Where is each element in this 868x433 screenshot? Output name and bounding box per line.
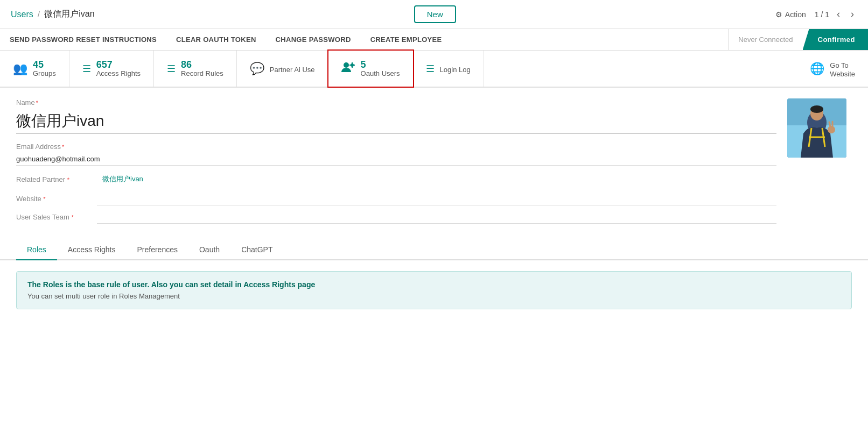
access-rights-label: Access Rights [96,69,141,78]
confirmed-badge: Confirmed [803,29,869,50]
breadcrumb-separator: / [38,10,40,19]
smart-buttons-row: 👥 45 Groups ☰ 657 Access Rights ☰ 86 Rec… [0,51,868,88]
never-connected-status: Never Connected [728,29,802,50]
go-to-website-label: Go ToWebsite [830,61,855,78]
partner-ai-icon: 💬 [250,62,264,76]
send-password-reset-button[interactable]: Send Password Reset Instructions [0,29,166,50]
related-partner-label: Related Partner * [16,175,92,183]
email-value[interactable]: guohuadeng@hotmail.com [16,153,776,166]
tab-oauth[interactable]: Oauth [188,240,230,260]
clear-oauth-token-button[interactable]: Clear Oauth Token [166,29,266,50]
next-page-button[interactable]: › [848,8,857,21]
new-button[interactable]: New [414,5,456,23]
svg-point-8 [810,105,823,113]
action-menu[interactable]: ⚙ Action [775,10,806,19]
access-rights-count: 657 [96,60,141,69]
form-section: Name* 微信用户ivan Email Address* guohuadeng… [16,98,776,229]
name-field-row: Name* 微信用户ivan [16,98,776,134]
oauth-users-label: Oauth Users [361,69,400,78]
svg-point-9 [828,126,835,133]
smart-btn-partner-ai-use[interactable]: 💬 Partner Ai Use [237,51,328,87]
create-employee-button[interactable]: Create Employee [361,29,452,50]
roles-info-box: The Roles is the base rule of user. Also… [16,271,852,309]
main-content: Name* 微信用户ivan Email Address* guohuadeng… [0,88,868,240]
svg-point-0 [344,62,349,68]
record-rules-count: 86 [181,60,223,69]
smart-btn-groups[interactable]: 👥 45 Groups [0,51,69,87]
top-bar: Users / 微信用户ivan New ⚙ Action 1 / 1 ‹ › [0,0,868,29]
smart-btn-oauth-users[interactable]: 5 Oauth Users [327,49,414,88]
smart-btn-login-log[interactable]: ☰ Login Log [413,51,484,87]
top-right-controls: ⚙ Action 1 / 1 ‹ › [775,8,857,21]
breadcrumb-parent[interactable]: Users [11,10,33,19]
prev-page-button[interactable]: ‹ [834,8,843,21]
groups-count: 45 [33,60,56,69]
email-label: Email Address* [16,143,776,151]
user-sales-team-field[interactable] [97,211,776,224]
globe-icon: 🌐 [810,62,824,76]
oauth-users-count: 5 [361,60,400,69]
access-rights-icon: ☰ [82,63,91,75]
action-label: Action [785,10,806,19]
groups-icon: 👥 [13,62,27,76]
groups-label: Groups [33,69,56,78]
pagination: 1 / 1 ‹ › [815,8,857,21]
partner-ai-label: Partner Ai Use [270,66,315,74]
related-partner-row: Related Partner * 微信用户ivan [16,174,776,184]
name-value[interactable]: 微信用户ivan [16,109,776,134]
avatar[interactable] [787,98,846,158]
tabs-row: Roles Access Rights Preferences Oauth Ch… [0,240,868,260]
smart-btn-access-rights[interactable]: ☰ 657 Access Rights [69,51,154,87]
record-rules-label: Record Rules [181,69,223,78]
tab-chatgpt[interactable]: ChatGPT [230,240,283,260]
svg-line-10 [829,122,830,126]
name-label: Name* [16,98,776,107]
user-sales-team-label: User Sales Team * [16,211,97,221]
login-log-icon: ☰ [426,63,435,75]
related-partner-value[interactable]: 微信用户ivan [102,174,143,184]
roles-info-title: The Roles is the base rule of user. Also… [27,280,841,289]
website-field[interactable] [97,193,776,205]
tab-access-rights[interactable]: Access Rights [57,240,127,260]
avatar-section [787,98,852,229]
tab-preferences[interactable]: Preferences [127,240,188,260]
action-bar: Send Password Reset Instructions Clear O… [0,29,868,51]
website-row: Website * [16,193,776,205]
smart-btn-go-to-website[interactable]: 🌐 Go ToWebsite [797,51,868,87]
roles-info-text: You can set multi user role in Roles Man… [27,292,841,300]
tab-roles[interactable]: Roles [16,240,57,260]
breadcrumb-current: 微信用户ivan [44,9,94,20]
user-sales-team-row: User Sales Team * [16,211,776,224]
record-rules-icon: ☰ [167,63,176,75]
smart-btn-record-rules[interactable]: ☰ 86 Record Rules [154,51,237,87]
pagination-text: 1 / 1 [815,10,829,19]
gear-icon: ⚙ [775,10,782,19]
oauth-users-icon [341,61,355,76]
breadcrumb: Users / 微信用户ivan [11,9,95,20]
website-label: Website * [16,193,97,203]
login-log-label: Login Log [440,66,471,74]
email-field-row: Email Address* guohuadeng@hotmail.com [16,143,776,166]
tab-content: The Roles is the base rule of user. Also… [0,260,868,320]
change-password-button[interactable]: Change Password [266,29,361,50]
